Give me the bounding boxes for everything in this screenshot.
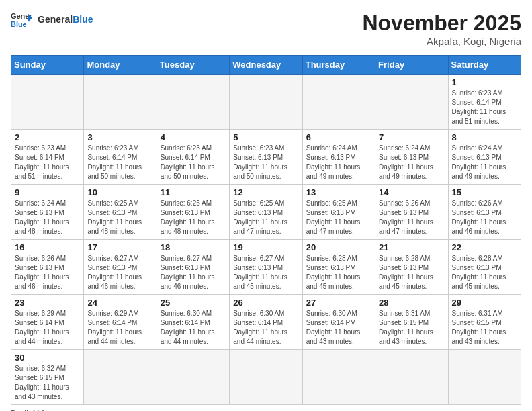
calendar-cell [157,75,229,130]
day-number: 30 [15,353,80,363]
day-info: Sunrise: 6:23 AM Sunset: 6:14 PM Dayligh… [87,144,152,181]
day-number: 19 [233,242,298,253]
calendar-cell: 6Sunrise: 6:24 AM Sunset: 6:13 PM Daylig… [302,130,375,185]
svg-text:Blue: Blue [11,20,27,28]
calendar-cell: 29Sunrise: 6:31 AM Sunset: 6:15 PM Dayli… [448,295,521,350]
day-info: Sunrise: 6:32 AM Sunset: 6:15 PM Dayligh… [15,364,80,402]
day-info: Sunrise: 6:28 AM Sunset: 6:13 PM Dayligh… [452,254,517,291]
calendar-cell [84,75,157,130]
calendar-cell: 30Sunrise: 6:32 AM Sunset: 6:15 PM Dayli… [11,350,84,405]
calendar-cell: 18Sunrise: 6:27 AM Sunset: 6:13 PM Dayli… [157,240,229,295]
day-number: 27 [306,298,371,308]
calendar-cell: 5Sunrise: 6:23 AM Sunset: 6:13 PM Daylig… [230,130,302,185]
location: Akpafa, Kogi, Nigeria [362,36,521,47]
day-info: Sunrise: 6:30 AM Sunset: 6:14 PM Dayligh… [233,309,298,347]
day-number: 18 [161,242,226,253]
day-info: Sunrise: 6:28 AM Sunset: 6:13 PM Dayligh… [379,254,444,291]
day-info: Sunrise: 6:23 AM Sunset: 6:13 PM Dayligh… [233,144,298,181]
day-number: 2 [15,132,80,142]
calendar-cell: 22Sunrise: 6:28 AM Sunset: 6:13 PM Dayli… [448,240,521,295]
day-info: Sunrise: 6:23 AM Sunset: 6:14 PM Dayligh… [15,144,80,181]
day-info: Sunrise: 6:25 AM Sunset: 6:13 PM Dayligh… [87,199,152,236]
weekday-header-tuesday: Tuesday [157,56,229,75]
calendar-cell: 28Sunrise: 6:31 AM Sunset: 6:15 PM Dayli… [375,295,448,350]
calendar-cell: 11Sunrise: 6:25 AM Sunset: 6:13 PM Dayli… [157,185,229,240]
calendar-cell [302,75,375,130]
title-block: November 2025 Akpafa, Kogi, Nigeria [362,11,521,47]
day-info: Sunrise: 6:26 AM Sunset: 6:13 PM Dayligh… [15,254,80,291]
calendar-cell: 16Sunrise: 6:26 AM Sunset: 6:13 PM Dayli… [11,240,84,295]
day-number: 6 [306,132,371,142]
day-number: 21 [379,242,444,253]
day-number: 4 [161,132,226,142]
day-info: Sunrise: 6:25 AM Sunset: 6:13 PM Dayligh… [233,199,298,236]
day-info: Sunrise: 6:24 AM Sunset: 6:13 PM Dayligh… [452,144,517,181]
day-info: Sunrise: 6:24 AM Sunset: 6:13 PM Dayligh… [379,144,444,181]
calendar-cell: 12Sunrise: 6:25 AM Sunset: 6:13 PM Dayli… [230,185,302,240]
calendar-cell: 2Sunrise: 6:23 AM Sunset: 6:14 PM Daylig… [11,130,84,185]
logo: General Blue GeneralBlue [11,11,93,30]
calendar-cell [230,75,302,130]
calendar-cell: 14Sunrise: 6:26 AM Sunset: 6:13 PM Dayli… [375,185,448,240]
weekday-header-monday: Monday [84,56,157,75]
weekday-header-wednesday: Wednesday [230,56,302,75]
calendar-cell [375,75,448,130]
calendar-cell: 10Sunrise: 6:25 AM Sunset: 6:13 PM Dayli… [84,185,157,240]
day-info: Sunrise: 6:31 AM Sunset: 6:15 PM Dayligh… [452,309,517,347]
weekday-header-thursday: Thursday [302,56,375,75]
day-info: Sunrise: 6:26 AM Sunset: 6:13 PM Dayligh… [379,199,444,236]
day-info: Sunrise: 6:31 AM Sunset: 6:15 PM Dayligh… [379,309,444,347]
day-number: 26 [233,298,298,308]
calendar-cell: 13Sunrise: 6:25 AM Sunset: 6:13 PM Dayli… [302,185,375,240]
calendar-cell [84,350,157,405]
day-number: 13 [306,187,371,197]
day-info: Sunrise: 6:23 AM Sunset: 6:14 PM Dayligh… [161,144,226,181]
day-number: 10 [87,187,152,197]
day-info: Sunrise: 6:29 AM Sunset: 6:14 PM Dayligh… [87,309,152,347]
day-info: Sunrise: 6:27 AM Sunset: 6:13 PM Dayligh… [87,254,152,291]
calendar-cell: 3Sunrise: 6:23 AM Sunset: 6:14 PM Daylig… [84,130,157,185]
day-info: Sunrise: 6:25 AM Sunset: 6:13 PM Dayligh… [306,199,371,236]
calendar-cell [375,350,448,405]
month-title: November 2025 [362,11,521,36]
day-info: Sunrise: 6:24 AM Sunset: 6:13 PM Dayligh… [306,144,371,181]
calendar-cell: 17Sunrise: 6:27 AM Sunset: 6:13 PM Dayli… [84,240,157,295]
day-info: Sunrise: 6:29 AM Sunset: 6:14 PM Dayligh… [15,309,80,347]
calendar-cell: 20Sunrise: 6:28 AM Sunset: 6:13 PM Dayli… [302,240,375,295]
calendar-cell: 7Sunrise: 6:24 AM Sunset: 6:13 PM Daylig… [375,130,448,185]
weekday-header-saturday: Saturday [448,56,521,75]
calendar-cell: 1Sunrise: 6:23 AM Sunset: 6:14 PM Daylig… [448,75,521,130]
calendar-table: SundayMondayTuesdayWednesdayThursdayFrid… [11,55,521,405]
day-number: 9 [15,187,80,197]
day-info: Sunrise: 6:30 AM Sunset: 6:14 PM Dayligh… [306,309,371,347]
day-number: 8 [452,132,517,142]
calendar-cell [302,350,375,405]
calendar-cell: 26Sunrise: 6:30 AM Sunset: 6:14 PM Dayli… [230,295,302,350]
day-number: 22 [452,242,517,253]
day-number: 11 [161,187,226,197]
calendar-cell: 25Sunrise: 6:30 AM Sunset: 6:14 PM Dayli… [157,295,229,350]
day-number: 5 [233,132,298,142]
day-number: 24 [87,298,152,308]
calendar-cell: 24Sunrise: 6:29 AM Sunset: 6:14 PM Dayli… [84,295,157,350]
day-number: 28 [379,298,444,308]
day-number: 7 [379,132,444,142]
day-info: Sunrise: 6:30 AM Sunset: 6:14 PM Dayligh… [161,309,226,347]
calendar-cell: 9Sunrise: 6:24 AM Sunset: 6:13 PM Daylig… [11,185,84,240]
calendar-cell: 23Sunrise: 6:29 AM Sunset: 6:14 PM Dayli… [11,295,84,350]
logo-icon: General Blue [11,11,32,30]
calendar-cell: 4Sunrise: 6:23 AM Sunset: 6:14 PM Daylig… [157,130,229,185]
day-number: 17 [87,242,152,253]
weekday-header-sunday: Sunday [11,56,84,75]
calendar-cell: 21Sunrise: 6:28 AM Sunset: 6:13 PM Dayli… [375,240,448,295]
calendar-cell [448,350,521,405]
day-info: Sunrise: 6:24 AM Sunset: 6:13 PM Dayligh… [15,199,80,236]
day-info: Sunrise: 6:26 AM Sunset: 6:13 PM Dayligh… [452,199,517,236]
day-number: 12 [233,187,298,197]
day-number: 25 [161,298,226,308]
calendar-cell [11,75,84,130]
day-number: 15 [452,187,517,197]
calendar-cell: 19Sunrise: 6:27 AM Sunset: 6:13 PM Dayli… [230,240,302,295]
page-header: General Blue GeneralBlue November 2025 A… [11,11,521,47]
day-info: Sunrise: 6:23 AM Sunset: 6:14 PM Dayligh… [452,89,517,126]
